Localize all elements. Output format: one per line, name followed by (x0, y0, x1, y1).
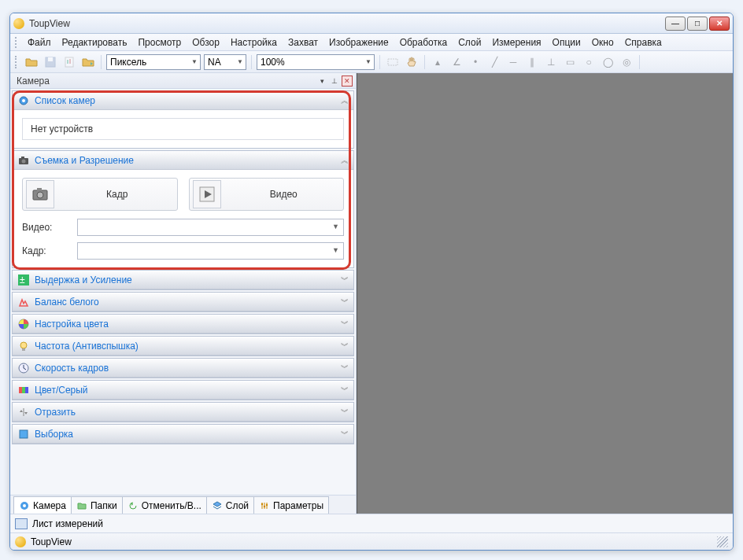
capture-frame-button[interactable]: Кадр (22, 178, 178, 211)
hand-icon[interactable] (404, 54, 420, 70)
panel-title: Съемка и Разрешение (35, 155, 341, 166)
sidebar-header: Камера ▾ ⊥ ✕ (10, 73, 356, 89)
sidebar-title: Камера (17, 76, 50, 87)
na-select[interactable]: NA (204, 54, 246, 70)
svg-rect-20 (22, 348, 25, 351)
tab-layer[interactable]: Слой (206, 496, 254, 514)
panel-header-fps[interactable]: Скорость кадров ︾ (13, 359, 353, 378)
tab-label: Параметры (273, 500, 323, 511)
panel-title: Отразить (35, 407, 341, 418)
menu-options[interactable]: Опции (547, 35, 586, 50)
zoom-select[interactable]: 100% (257, 54, 375, 70)
zoom-value: 100% (261, 57, 285, 68)
collapse-icon: ︽ (341, 155, 349, 166)
menu-layer[interactable]: Слой (453, 35, 486, 50)
exposure-icon: ± (17, 274, 30, 286)
na-value: NA (208, 57, 221, 68)
frame-resolution-select[interactable] (77, 242, 344, 260)
svg-rect-3 (67, 60, 68, 64)
panel-header-capture[interactable]: Съемка и Разрешение ︽ (13, 151, 353, 170)
panel-header-graycolor[interactable]: Цвет/Серый ︾ (13, 381, 353, 400)
rect-icon: ▭ (562, 54, 578, 70)
svg-rect-26 (20, 430, 28, 438)
panel-header-sample[interactable]: Выборка ︾ (13, 425, 353, 444)
parallel-icon: ∥ (524, 54, 540, 70)
ellipse-icon: ○ (581, 54, 597, 70)
video-resolution-select[interactable] (77, 219, 344, 236)
play-icon (193, 180, 221, 208)
panel-close-icon[interactable]: ✕ (342, 76, 353, 87)
panel-header-wb[interactable]: Баланс белого ︾ (13, 293, 353, 311)
menu-file[interactable]: Файл (22, 35, 57, 50)
ring-icon: ◎ (619, 54, 634, 70)
minimize-button[interactable]: — (665, 17, 686, 31)
flip-icon (17, 406, 30, 418)
sidebar-tabs: Камера Папки Отменить/В... Слой (10, 495, 356, 514)
resize-grip[interactable] (717, 536, 728, 547)
pointer-icon: ▴ (430, 54, 445, 70)
angle-icon: ∠ (449, 54, 464, 70)
panel-header-flip[interactable]: Отразить ︾ (13, 403, 353, 422)
panel-header-exposure[interactable]: ± Выдержка и Усиление ︾ (13, 271, 353, 289)
camera-list-icon (17, 94, 30, 107)
tab-params[interactable]: Параметры (253, 496, 329, 514)
panel-header-color[interactable]: Настройка цвета ︾ (13, 315, 353, 333)
menu-browse[interactable]: Обзор (187, 35, 225, 50)
menu-help[interactable]: Справка (619, 35, 667, 50)
video-label: Видео: (22, 222, 77, 233)
menu-measure[interactable]: Измерения (486, 35, 546, 50)
menu-process[interactable]: Обработка (394, 35, 453, 50)
maximize-button[interactable]: □ (687, 17, 708, 31)
undo-tab-icon (128, 500, 139, 511)
expand-icon: ︾ (341, 297, 349, 308)
panel-title: Выдержка и Усиление (35, 274, 341, 286)
panel-title: Скорость кадров (35, 363, 341, 374)
unit-select[interactable]: Пиксель (106, 54, 201, 70)
dropdown-icon[interactable]: ▾ (316, 76, 327, 87)
menu-image[interactable]: Изображение (323, 35, 394, 50)
button-label: Кадр (57, 189, 177, 200)
toolbar: Пиксель NA 100% ▴ ∠ • ╱ ─ ∥ ⊥ ▭ ○ ◯ ◎ (10, 51, 733, 73)
wb-icon (17, 296, 30, 308)
svg-point-12 (37, 192, 43, 198)
svg-point-19 (20, 342, 27, 348)
svg-rect-1 (48, 57, 53, 61)
panel-fps: Скорость кадров ︾ (12, 358, 354, 378)
close-button[interactable]: ✕ (709, 17, 730, 31)
svg-point-9 (22, 159, 26, 163)
expand-icon: ︾ (341, 429, 349, 440)
menu-capture[interactable]: Захват (283, 35, 323, 50)
open-icon[interactable] (24, 54, 39, 70)
statusbar: ToupView (10, 532, 733, 550)
circle-icon: ◯ (600, 54, 615, 70)
svg-point-7 (22, 99, 25, 102)
tab-folders[interactable]: Папки (71, 496, 123, 514)
menu-setup[interactable]: Настройка (225, 35, 283, 50)
capture-video-button[interactable]: Видео (189, 178, 345, 211)
panel-exposure: ± Выдержка и Усиление ︾ (12, 270, 354, 290)
panel-header-camera-list[interactable]: Список камер ︽ (13, 91, 353, 110)
unit-value: Пиксель (110, 57, 146, 68)
panel-header-freq[interactable]: Частота (Антивспышка) ︾ (13, 337, 353, 356)
params-tab-icon (259, 500, 270, 511)
svg-rect-13 (37, 188, 42, 191)
menu-window[interactable]: Окно (586, 35, 619, 50)
camera-tab-icon (19, 500, 30, 511)
browse-icon[interactable] (80, 54, 96, 70)
sheet-bar[interactable]: Лист измерений (10, 514, 733, 532)
layer-tab-icon (212, 500, 223, 511)
svg-point-33 (264, 505, 265, 507)
menu-view[interactable]: Просмотр (132, 35, 187, 50)
folder-tab-icon (76, 500, 87, 511)
tab-camera[interactable]: Камера (13, 496, 72, 514)
pin-icon[interactable]: ⊥ (329, 76, 340, 87)
svg-text:±: ± (20, 274, 25, 286)
panel-sample: Выборка ︾ (12, 424, 354, 444)
tab-undo[interactable]: Отменить/В... (122, 496, 207, 514)
svg-rect-22 (19, 387, 22, 393)
app-icon (13, 18, 24, 29)
bulb-icon (17, 340, 30, 352)
camera-icon (17, 154, 30, 167)
menu-edit[interactable]: Редактировать (57, 35, 133, 50)
window-title: ToupView (29, 18, 665, 29)
